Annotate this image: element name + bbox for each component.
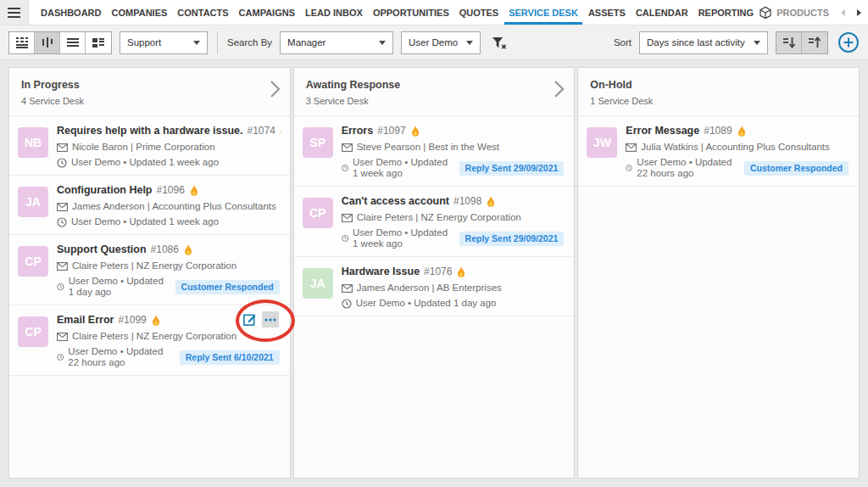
status-badge: Reply Sent 29/09/2021 [459,161,565,176]
status-badge: Reply Sent 29/09/2021 [459,232,565,246]
column-count: 1 Service Desk [590,96,847,106]
hamburger-menu-button[interactable] [0,0,29,25]
more-options-button[interactable] [262,311,279,327]
stacked-rows-view-button[interactable] [9,32,35,53]
column-title: Awating Response [306,79,563,91]
card-contact: James Anderson | AB Enterprises [357,283,502,294]
chevron-down-icon [379,41,386,45]
nav-scroll-left-icon[interactable] [834,8,851,17]
nav-tab-dashboard[interactable]: DASHBOARD [36,0,106,25]
card-contact: Nicole Baron | Prime Corporation [72,142,215,153]
nav-tab-campaigns[interactable]: CAMPAIGNS [235,0,299,25]
sort-ascending-button[interactable] [802,32,827,53]
card-activity: User Demo • Updated 1 day ago [356,298,497,309]
queue-dropdown[interactable]: Support [120,31,208,54]
flame-icon [189,185,199,197]
envelope-icon [342,284,353,293]
card-1074[interactable]: NB Requires help with a hardware issue. … [9,116,290,176]
sort-dropdown-value: Days since last activity [647,37,745,48]
nav-tab-companies[interactable]: COMPANIES [108,0,172,25]
nav-tab-contacts[interactable]: CONTACTS [173,0,232,25]
card-activity: User Demo • Updated 1 week ago [71,216,219,227]
card-title: Email Error [57,314,114,327]
clock-icon [57,352,64,362]
edit-button[interactable] [242,311,259,327]
card-1096[interactable]: JA Configuration Help #1096 James Anders… [9,176,290,235]
card-title: Can't access account [342,195,449,208]
avatar: NB [18,127,48,158]
card-title: Hardware Issue [342,266,420,278]
flame-icon [486,196,496,208]
avatar: JW [587,127,617,158]
envelope-icon [342,143,353,152]
card-contact: Julia Watkins | Accounting Plus Consulta… [641,142,829,153]
clock-icon [626,163,632,173]
status-badge: Customer Responded [175,280,280,294]
card-1099[interactable]: CP Email Error #1099 Claire Peters | NZ … [9,305,290,376]
flame-icon [737,126,747,137]
search-by-dropdown-value: Manager [287,37,326,48]
nav-tab-assets[interactable]: ASSETS [584,0,630,25]
avatar: SP [303,127,333,158]
edit-icon [242,312,257,327]
card-number: #1098 [453,195,481,208]
nav-scroll-right-icon[interactable] [851,8,868,17]
column-header: Awating Response 3 Service Desk [294,68,575,116]
search-by-dropdown[interactable]: Manager [280,31,393,54]
filter-toolbar: Support Search By Manager User Demo Sort… [0,25,868,60]
clock-icon [342,233,348,244]
flame-icon [456,266,466,278]
card-title: Configuration Help [57,184,153,197]
avatar: JA [303,268,333,299]
toolbar-right-section: Sort Days since last activity [614,31,860,54]
clear-filter-button[interactable] [488,36,509,50]
sort-label: Sort [614,37,632,48]
card-1076[interactable]: JA Hardware Issue #1076 James Anderson |… [294,257,575,316]
avatar: CP [18,246,48,277]
card-1097[interactable]: SP Errors #1097 Steve Pearson | Best in … [294,116,575,187]
top-navbar: DASHBOARD COMPANIES CONTACTS CAMPAIGNS L… [0,0,868,25]
nav-tab-lead-inbox[interactable]: LEAD INBOX [301,0,367,25]
clock-icon [57,282,64,292]
card-title: Error Message [626,125,699,137]
envelope-icon [57,333,68,341]
card-1086[interactable]: CP Support Question #1086 Claire Peters … [9,235,290,305]
ellipsis-icon [264,317,277,322]
flame-icon [410,126,420,137]
card-list: SP Errors #1097 Steve Pearson | Best in … [294,116,575,316]
user-dropdown[interactable]: User Demo [401,31,481,54]
sort-direction-switcher [776,31,828,54]
sort-dropdown[interactable]: Days since last activity [639,31,768,54]
envelope-icon [626,143,637,152]
avatar: JA [18,187,48,217]
sort-descending-button[interactable] [776,32,802,53]
card-activity: User Demo • Updated 1 day ago [69,276,171,298]
column-collapse-chevron-icon[interactable] [266,78,283,104]
card-contact: Claire Peters | NZ Energy Corporation [72,331,236,342]
flame-icon [183,244,193,256]
card-1089[interactable]: JW Error Message #1089 Julia Watkins | A… [578,116,859,187]
envelope-icon [57,262,68,271]
card-number: #1076 [424,266,452,278]
chevron-down-icon [466,41,473,45]
column-title: On-Hold [590,79,847,91]
nav-tab-reporting[interactable]: REPORTING [694,0,754,25]
nav-tab-products[interactable]: PRODUCTS [754,6,834,20]
status-badge: Customer Responded [744,161,849,176]
card-activity: User Demo • Updated 22 hours ago [637,157,740,179]
nav-tab-opportunities[interactable]: OPPORTUNITIES [369,0,453,25]
kanban-view-button[interactable] [35,32,60,53]
nav-tab-quotes[interactable]: QUOTES [455,0,503,25]
card-1098[interactable]: CP Can't access account #1098 Claire Pet… [294,187,575,257]
card-activity: User Demo • Updated 1 week ago [353,227,455,249]
add-service-desk-button[interactable] [837,31,860,53]
nav-products-label: PRODUCTS [776,8,829,18]
list-view-button[interactable] [60,32,86,53]
chevron-down-icon [754,41,760,45]
card-contact: Claire Peters | NZ Energy Corporation [357,212,521,223]
nav-tab-service-desk[interactable]: SERVICE DESK [504,0,582,25]
nav-tab-calendar[interactable]: CALENDAR [632,0,693,25]
tile-view-button[interactable] [86,32,111,53]
column-on-hold: On-Hold 1 Service Desk JW Error Message … [577,67,860,479]
column-collapse-chevron-icon[interactable] [550,78,567,104]
